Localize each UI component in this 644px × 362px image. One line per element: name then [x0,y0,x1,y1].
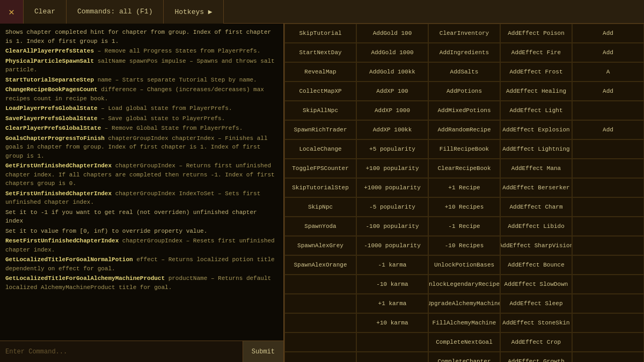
command-button[interactable]: AddEffect Berserker [500,178,572,197]
close-button[interactable]: ✕ [0,0,24,24]
command-button[interactable]: SkipTutorialStep [284,178,356,197]
command-button[interactable]: UpgradeAlchemyMachine [428,294,500,313]
command-button[interactable]: +5 popularity [356,139,428,159]
command-button[interactable]: -1 Recipe [428,217,500,236]
command-button[interactable]: -5 popularity [356,197,428,217]
command-button[interactable]: -10 karma [356,275,428,294]
command-button[interactable]: AddEffect StoneSkin [500,313,572,333]
command-button[interactable]: Add [572,82,644,101]
console-line: PhysicalParticleSpawnSalt saltName spawn… [5,57,278,75]
command-button[interactable]: SpawnYoda [284,217,356,236]
command-button[interactable]: RevealMap [284,62,356,82]
command-button[interactable]: AddGold 100kk [356,62,428,82]
command-button[interactable]: -10 Recipes [428,236,500,255]
commands-button[interactable]: Commands: all (F1) [67,0,164,24]
command-button[interactable]: SkipTutorial [284,24,356,43]
command-button[interactable]: AddXP 1000 [356,101,428,120]
command-button[interactable]: +10 Recipes [428,197,500,217]
command-button [356,333,428,352]
command-button[interactable]: +100 popularity [356,159,428,178]
command-button[interactable]: Add [572,120,644,139]
console-line: GetLocalizedTitleForGoalAlchemyMachinePr… [5,274,278,292]
command-button [284,352,356,362]
command-button[interactable]: AddEffect Poison [500,24,572,43]
command-button[interactable]: SpawnAlexOrange [284,255,356,275]
command-button[interactable]: AddEffect Healing [500,82,572,101]
command-button[interactable]: AddEffect Fire [500,43,572,62]
command-button[interactable]: +1 karma [356,294,428,313]
command-button[interactable]: SkipNpc [284,197,356,217]
command-button[interactable]: SkipAllNpc [284,101,356,120]
command-button [572,313,644,333]
command-button[interactable]: A [572,62,644,82]
command-button[interactable]: AddEffect Libido [500,217,572,236]
command-button[interactable]: +1000 popularity [356,178,428,197]
command-button[interactable]: UnlockLegendaryRecipes [428,275,500,294]
command-button[interactable]: Add [572,24,644,43]
command-button[interactable]: +10 karma [356,313,428,333]
command-button[interactable]: SpawnRichTrader [284,120,356,139]
command-button[interactable]: FillRecipeBook [428,139,500,159]
clear-button[interactable]: Clear [24,0,67,24]
console-line: GoalsChapterProgressToFinish chapterGrou… [5,134,278,161]
command-button[interactable]: AddGold 1000 [356,43,428,62]
command-button[interactable]: ClearInventory [428,24,500,43]
command-button[interactable]: AddSalts [428,62,500,82]
command-button[interactable]: SpawnAlexGrey [284,236,356,255]
command-button [356,352,428,362]
command-button [572,197,644,217]
command-button[interactable]: AddPotions [428,82,500,101]
command-button [572,139,644,159]
command-button[interactable]: AddEffect Explosion [500,120,572,139]
command-button[interactable]: AddEffect Mana [500,159,572,178]
command-button[interactable]: AddIngredients [428,43,500,62]
console-line: Shows chapter completed hint for chapter… [5,28,278,46]
command-button[interactable]: CollectMapXP [284,82,356,101]
command-button[interactable]: AddEffect Frost [500,62,572,82]
console-input-area: Submit [0,341,283,362]
main-content: Shows chapter completed hint for chapter… [0,24,644,362]
command-button[interactable]: ToggleFPSCounter [284,159,356,178]
command-button[interactable]: LocaleChange [284,139,356,159]
command-button[interactable]: CompleteNextGoal [428,333,500,352]
command-button[interactable]: -1000 popularity [356,236,428,255]
command-button[interactable]: StartNextDay [284,43,356,62]
command-button[interactable]: AddMixedPotions [428,101,500,120]
submit-button[interactable]: Submit [243,341,283,363]
command-button[interactable]: Add [572,43,644,62]
command-button[interactable]: AddGold 100 [356,24,428,43]
command-button [572,159,644,178]
commands-panel[interactable]: SkipTutorialAddGold 100ClearInventoryAdd… [284,24,644,362]
command-button [284,294,356,313]
hotkeys-button[interactable]: Hotkeys ▶ [164,0,223,24]
command-button[interactable]: AddEffect SharpVision [500,236,572,255]
command-button[interactable]: AddEffect Crop [500,333,572,352]
top-bar: ✕ Clear Commands: all (F1) Hotkeys ▶ [0,0,644,24]
command-button [572,217,644,236]
command-button[interactable]: AddEffect Bounce [500,255,572,275]
command-button[interactable]: AddEffect Growth [500,352,572,362]
console-line: StartTutorialSeparateStep name – Starts … [5,76,278,85]
command-button[interactable]: AddXP 100 [356,82,428,101]
command-button[interactable]: ClearRecipeBook [428,159,500,178]
command-button[interactable]: UnlockPotionBases [428,255,500,275]
command-button[interactable]: AddEffect Charm [500,197,572,217]
console-line: Set it to -1 if you want to get real (no… [5,208,278,226]
console-line: Set it to value from [0, inf) to overrid… [5,227,278,236]
command-button[interactable]: AddXP 100kk [356,120,428,139]
command-button[interactable]: AddEffect Light [500,101,572,120]
console-input[interactable] [0,348,243,356]
command-button [572,294,644,313]
command-button[interactable]: CompleteChapter [428,352,500,362]
command-button[interactable]: -1 karma [356,255,428,275]
command-button [572,178,644,197]
command-button[interactable]: FillAlchemyMachine [428,313,500,333]
console-line: GetFirstUnfinishedChapterIndex chapterGr… [5,161,278,188]
command-button[interactable]: AddEffect Lightning [500,139,572,159]
command-button[interactable]: AddEffect Sleep [500,294,572,313]
command-button[interactable]: -100 popularity [356,217,428,236]
console-line: ClearPlayerPrefsGlobalState – Remove Glo… [5,124,278,133]
command-button[interactable]: +1 Recipe [428,178,500,197]
command-button[interactable]: AddEffect SlowDown [500,275,572,294]
command-button[interactable]: AddRandomRecipe [428,120,500,139]
